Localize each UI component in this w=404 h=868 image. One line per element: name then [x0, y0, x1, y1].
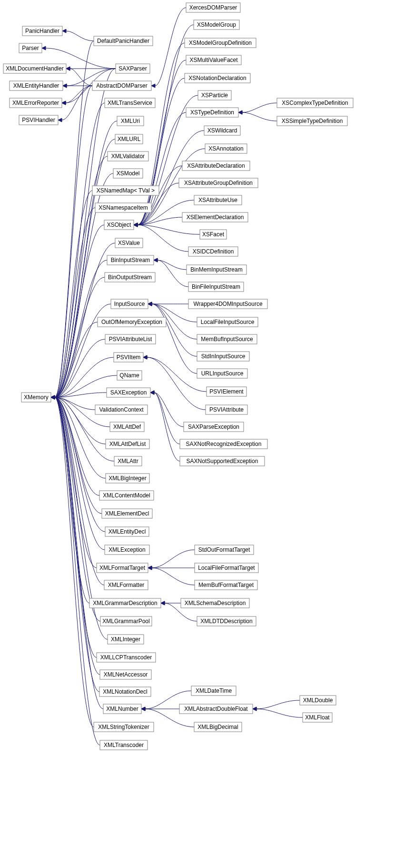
- class-label[interactable]: LocalFileInputSource: [201, 319, 255, 325]
- class-label[interactable]: XSNotationDeclaration: [188, 75, 246, 81]
- class-node[interactable]: XercesDOMParser: [186, 3, 240, 12]
- class-node[interactable]: XMLAttDef: [110, 422, 144, 432]
- class-node[interactable]: XMLDouble: [300, 696, 336, 705]
- class-label[interactable]: XMLNumber: [106, 706, 138, 712]
- class-node[interactable]: URLInputSource: [197, 369, 247, 378]
- class-label[interactable]: XMLAbstractDoubleFloat: [184, 706, 248, 712]
- class-label[interactable]: SAXException: [110, 389, 147, 396]
- class-label[interactable]: MemBufFormatTarget: [198, 582, 254, 588]
- class-node[interactable]: XMLDateTime: [191, 686, 236, 696]
- class-label[interactable]: XSSimpleTypeDefinition: [282, 118, 343, 124]
- class-label[interactable]: XSValue: [118, 240, 140, 246]
- class-node[interactable]: XSMultiValueFacet: [186, 55, 241, 65]
- class-label[interactable]: BinInputStream: [111, 257, 150, 263]
- class-label[interactable]: StdOutFormatTarget: [198, 546, 250, 553]
- class-node[interactable]: MemBufFormatTarget: [195, 580, 257, 590]
- class-label[interactable]: XSModel: [117, 170, 140, 177]
- class-label[interactable]: XMLURL: [118, 136, 141, 142]
- class-node[interactable]: XMLFormatTarget: [97, 563, 148, 573]
- class-label[interactable]: MemBufInputSource: [201, 336, 253, 343]
- class-label[interactable]: AbstractDOMParser: [96, 82, 147, 89]
- class-label[interactable]: XMLNotationDecl: [103, 688, 147, 695]
- class-label[interactable]: PSVIAttribute: [209, 406, 244, 413]
- class-node[interactable]: Wrapper4DOMInputSource: [188, 299, 267, 309]
- class-label[interactable]: BinOutputStream: [108, 274, 152, 281]
- class-node[interactable]: BinMemInputStream: [187, 265, 246, 274]
- class-label[interactable]: XMLAttDefList: [109, 441, 146, 447]
- class-node[interactable]: PSVIAttribute: [206, 405, 247, 414]
- class-label[interactable]: XSIDCDefinition: [193, 248, 234, 255]
- class-label[interactable]: XSElementDeclaration: [187, 214, 244, 221]
- class-label[interactable]: PSVIHandler: [22, 117, 55, 123]
- class-node[interactable]: XSFacet: [200, 230, 227, 239]
- class-node[interactable]: ValidationContext: [95, 405, 148, 414]
- class-label[interactable]: XMLInteger: [111, 636, 140, 643]
- class-label[interactable]: PSVIAttributeList: [109, 336, 152, 343]
- class-node[interactable]: XMLStringTokenizer: [94, 722, 154, 732]
- class-node[interactable]: XMLNetAccessor: [100, 670, 151, 679]
- class-label[interactable]: XMLUri: [121, 118, 140, 124]
- class-label[interactable]: XMLLCPTranscoder: [100, 654, 152, 661]
- class-node[interactable]: BinInputStream: [107, 255, 154, 265]
- class-node[interactable]: SAXParser: [116, 64, 150, 73]
- class-label[interactable]: SAXParseException: [188, 424, 239, 430]
- class-node[interactable]: XMLGrammarDescription: [89, 598, 161, 608]
- class-label[interactable]: XMLAttr: [118, 458, 138, 464]
- class-label[interactable]: XMLEntityDecl: [108, 528, 146, 535]
- class-node[interactable]: XSObject: [104, 220, 134, 230]
- class-label[interactable]: XMLDocumentHandler: [6, 65, 63, 72]
- class-node[interactable]: PSVIAttributeList: [105, 334, 156, 344]
- class-node[interactable]: XMLBigInteger: [106, 474, 149, 483]
- class-label[interactable]: XMLAttDef: [113, 424, 141, 430]
- class-node[interactable]: XSModelGroup: [194, 20, 239, 30]
- class-label[interactable]: XMLDouble: [303, 697, 333, 704]
- class-node[interactable]: OutOfMemoryException: [98, 317, 166, 327]
- class-label[interactable]: DefaultPanicHandler: [97, 38, 149, 44]
- class-node[interactable]: XSComplexTypeDefinition: [277, 98, 353, 108]
- class-node[interactable]: XMLAbstractDoubleFloat: [179, 704, 253, 714]
- class-node[interactable]: LocalFileInputSource: [197, 317, 258, 327]
- class-label[interactable]: XMLDTDDescription: [200, 618, 252, 625]
- class-node[interactable]: XMLDocumentHandler: [3, 64, 66, 73]
- class-label[interactable]: XercesDOMParser: [189, 4, 237, 11]
- class-label[interactable]: XSWildcard: [207, 127, 237, 134]
- class-node[interactable]: XSNamespaceItem: [95, 203, 151, 212]
- class-node[interactable]: XSAttributeGroupDefinition: [179, 178, 258, 188]
- class-node[interactable]: PSVIHandler: [19, 115, 58, 125]
- class-label[interactable]: Parser: [22, 45, 39, 51]
- class-node[interactable]: BinFileInputStream: [188, 282, 244, 292]
- class-label[interactable]: XMLElementDecl: [105, 510, 149, 517]
- class-node[interactable]: XMLSchemaDescription: [181, 598, 249, 608]
- class-node[interactable]: MemBufInputSource: [197, 334, 257, 344]
- class-label[interactable]: XMemory: [24, 394, 48, 401]
- class-node[interactable]: XMLTransService: [105, 98, 155, 108]
- class-node[interactable]: XSParticle: [198, 91, 231, 100]
- class-label[interactable]: XMLContentModel: [103, 492, 150, 499]
- class-label[interactable]: XMLSchemaDescription: [185, 600, 246, 606]
- class-node[interactable]: XMLTranscoder: [100, 740, 148, 750]
- class-node[interactable]: XMLAttDefList: [106, 439, 149, 449]
- class-label[interactable]: PanicHandler: [25, 28, 59, 34]
- class-node[interactable]: XMLFloat: [303, 713, 332, 722]
- class-label[interactable]: XSAttributeDeclaration: [187, 162, 245, 169]
- class-label[interactable]: XSAttributeGroupDefinition: [184, 180, 253, 186]
- class-label[interactable]: PSVIItem: [117, 354, 141, 361]
- class-label[interactable]: XSNamedMap< TVal >: [97, 187, 155, 194]
- class-label[interactable]: QName: [119, 372, 139, 379]
- class-label[interactable]: XMLFloat: [305, 714, 330, 721]
- class-node[interactable]: PanicHandler: [22, 26, 62, 36]
- class-label[interactable]: OutOfMemoryException: [101, 319, 162, 325]
- class-node[interactable]: PSVIElement: [207, 387, 246, 396]
- class-node[interactable]: XMLDTDDescription: [197, 616, 256, 626]
- class-node[interactable]: XMLNotationDecl: [99, 687, 151, 696]
- class-node[interactable]: XMLGrammarPool: [100, 616, 152, 626]
- class-node[interactable]: XMLErrorReporter: [10, 98, 62, 108]
- class-node[interactable]: DefaultPanicHandler: [94, 36, 153, 46]
- class-label[interactable]: XSAttributeUse: [198, 197, 237, 203]
- class-node[interactable]: XSAnnotation: [205, 144, 247, 153]
- class-label[interactable]: XMLFormatTarget: [99, 565, 146, 571]
- class-label[interactable]: XMLErrorReporter: [12, 100, 59, 106]
- class-label[interactable]: Wrapper4DOMInputSource: [193, 301, 263, 307]
- class-label[interactable]: XSModelGroupDefinition: [189, 40, 252, 46]
- class-node[interactable]: XMLNumber: [103, 704, 141, 714]
